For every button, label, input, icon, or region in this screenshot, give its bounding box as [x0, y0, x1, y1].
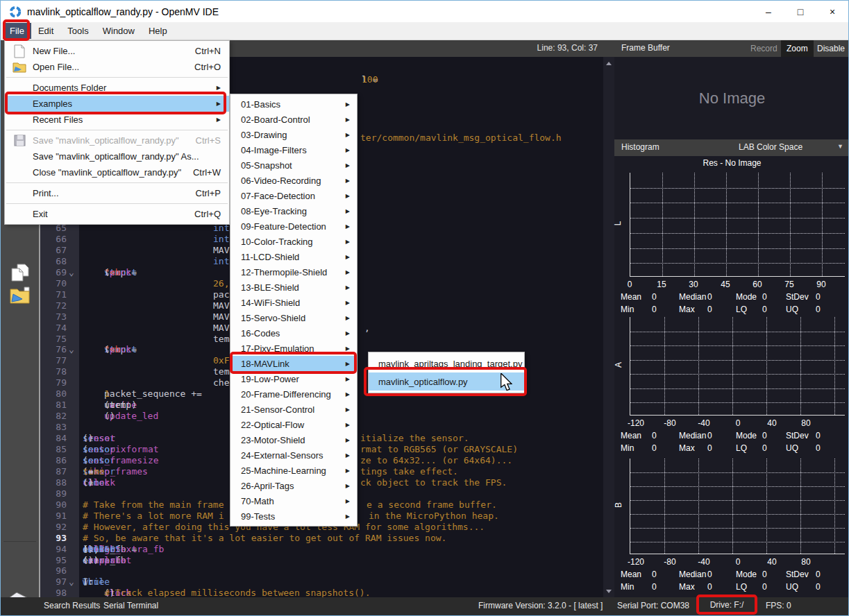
menubar-item-window[interactable]: Window — [96, 23, 142, 39]
menubar-item-help[interactable]: Help — [142, 23, 174, 39]
examples-item-24-external-sensors[interactable]: 24-External-Sensors▶ — [230, 447, 357, 463]
examples-item-22-optical-flow[interactable]: 22-Optical-Flow▶ — [230, 417, 357, 432]
menu-item-shortcut: Ctrl+W — [193, 167, 221, 178]
file-menu-item-save-mavlink-optica[interactable]: Save "mavlink_opticalflow_randy.py" As..… — [5, 148, 229, 164]
menu-item-label: Recent Files — [33, 114, 211, 125]
new-file-icon[interactable] — [1, 263, 39, 282]
examples-item-26-april-tags[interactable]: 26-April-Tags▶ — [230, 478, 357, 493]
gridline — [630, 332, 845, 332]
examples-item-07-face-detection[interactable]: 07-Face-Detection▶ — [230, 188, 357, 203]
editor-scrollbar[interactable] — [603, 57, 614, 597]
menu-item-shortcut: Ctrl+P — [196, 188, 221, 198]
tab-search-results[interactable]: Search Results — [44, 601, 100, 610]
examples-item-03-drawing[interactable]: 03-Drawing▶ — [230, 127, 357, 142]
examples-item-20-frame-differencing[interactable]: 20-Frame-Differencing▶ — [230, 386, 357, 402]
minimize-button[interactable]: – — [753, 1, 784, 22]
x-tick-label: 60 — [753, 280, 762, 289]
stat-lq-value: 0 — [762, 443, 767, 453]
examples-item-70-math[interactable]: 70-Math▶ — [230, 493, 357, 508]
submenu-arrow-icon: ▶ — [346, 330, 350, 336]
stat-max-label: Max — [679, 305, 695, 314]
examples-item-06-video-recording[interactable]: 06-Video-Recording▶ — [230, 173, 357, 188]
menu-item-label: Close "mavlink_opticalflow_randy.py" — [33, 167, 185, 178]
serial-port-status: Serial Port: COM38 — [617, 601, 689, 610]
file-menu-item-examples[interactable]: Examples▶ — [5, 96, 229, 112]
submenu-arrow-icon: ▶ — [346, 407, 350, 413]
zoom-button[interactable]: Zoom — [781, 40, 814, 57]
stat-stdev-value: 0 — [816, 570, 821, 579]
x-tick-label: 15 — [657, 280, 666, 289]
disable-button[interactable]: Disable — [812, 40, 849, 57]
menu-item-label: 07-Face-Detection — [241, 191, 340, 201]
color-space-select[interactable]: LAB Color Space — [739, 142, 802, 152]
examples-item-19-low-power[interactable]: 19-Low-Power▶ — [230, 371, 357, 386]
menu-item-label: 12-Thermopile-Shield — [241, 267, 340, 277]
examples-item-11-lcd-shield[interactable]: 11-LCD-Shield▶ — [230, 249, 357, 264]
examples-item-17-pixy-emulation[interactable]: 17-Pixy-Emulation▶ — [230, 341, 357, 356]
examples-item-25-machine-learning[interactable]: 25-Machine-Learning▶ — [230, 463, 357, 478]
examples-item-21-sensor-control[interactable]: 21-Sensor-Control▶ — [230, 402, 357, 417]
openmv-logo-icon — [9, 6, 22, 18]
examples-item-01-basics[interactable]: 01-Basics▶ — [230, 96, 357, 112]
stat-uq-label: UQ — [786, 443, 798, 453]
menu-item-label: 25-Machine-Learning — [241, 465, 340, 476]
file-menu-item-recent-files[interactable]: Recent Files▶ — [5, 112, 229, 128]
menubar-item-tools[interactable]: Tools — [60, 23, 95, 39]
x-tick-label: 0 — [736, 418, 741, 428]
frame-buffer-view: No Image — [614, 57, 849, 139]
submenu-arrow-icon: ▶ — [346, 254, 350, 260]
menubar-item-edit[interactable]: Edit — [31, 23, 60, 39]
examples-item-23-motor-shield[interactable]: 23-Motor-Shield▶ — [230, 432, 357, 447]
gridline — [766, 317, 767, 415]
gridline — [630, 374, 845, 375]
examples-item-14-wifi-shield[interactable]: 14-WiFi-Shield▶ — [230, 295, 357, 310]
record-button[interactable]: Record — [745, 40, 783, 57]
examples-item-02-board-control[interactable]: 02-Board-Control▶ — [230, 112, 357, 127]
gridline — [630, 528, 845, 529]
frame-buffer-title: Frame Buffer — [621, 43, 670, 53]
file-menu-item-new-file[interactable]: New File...Ctrl+N — [5, 43, 229, 59]
examples-item-16-codes[interactable]: 16-Codes▶ — [230, 325, 357, 341]
x-tick-label: -40 — [698, 557, 709, 567]
submenu-arrow-icon: ▶ — [217, 117, 221, 123]
chevron-down-icon[interactable]: ▼ — [837, 143, 843, 150]
gridline — [800, 459, 801, 554]
stat-mode-value: 0 — [762, 570, 767, 579]
menu-item-label: Examples — [33, 99, 211, 109]
file-menu-item-save-mavlink-optica[interactable]: Save "mavlink_opticalflow_randy.py"Ctrl+… — [5, 132, 229, 148]
examples-item-08-eye-tracking[interactable]: 08-Eye-Tracking▶ — [230, 203, 357, 219]
menubar-item-file[interactable]: File — [3, 23, 31, 39]
gridline — [766, 459, 767, 554]
mavlink-item-mavlink-opticalflow-py[interactable]: mavlink_opticalflow.py — [369, 373, 524, 391]
stat-stdev-value: 0 — [816, 292, 821, 302]
examples-item-15-servo-shield[interactable]: 15-Servo-Shield▶ — [230, 310, 357, 325]
file-menu-item-print[interactable]: Print...Ctrl+P — [5, 185, 229, 201]
open-folder-icon[interactable] — [1, 286, 39, 305]
submenu-arrow-icon: ▶ — [346, 269, 350, 275]
examples-item-12-thermopile-shield[interactable]: 12-Thermopile-Shield▶ — [230, 264, 357, 280]
close-button[interactable]: × — [816, 1, 848, 22]
maximize-button[interactable]: □ — [784, 1, 816, 22]
gridline — [630, 388, 845, 389]
examples-item-04-image-filters[interactable]: 04-Image-Filters▶ — [230, 142, 357, 157]
scroll-up-icon[interactable] — [603, 58, 614, 68]
examples-item-05-snapshot[interactable]: 05-Snapshot▶ — [230, 157, 357, 173]
file-menu-item-exit[interactable]: ExitCtrl+Q — [5, 206, 229, 222]
examples-item-10-color-tracking[interactable]: 10-Color-Tracking▶ — [230, 234, 357, 249]
menu-item-label: 02-Board-Control — [241, 114, 340, 125]
stat-uq-label: UQ — [786, 582, 798, 592]
x-tick-label: 0 — [628, 280, 632, 289]
examples-item-13-ble-shield[interactable]: 13-BLE-Shield▶ — [230, 280, 357, 295]
x-tick-label: 0 — [736, 557, 741, 567]
scroll-down-icon[interactable] — [603, 586, 614, 596]
file-menu-item-open-file[interactable]: Open File...Ctrl+O — [5, 59, 229, 75]
examples-item-09-feature-detection[interactable]: 09-Feature-Detection▶ — [230, 219, 357, 234]
mavlink-item-mavlink-apriltags-landing-target-py[interactable]: mavlink_apriltags_landing_target.py — [369, 354, 524, 373]
examples-item-99-tests[interactable]: 99-Tests▶ — [230, 508, 357, 524]
file-menu-item-documents-folder[interactable]: Documents Folder▶ — [5, 80, 229, 96]
examples-item-18-mavlink[interactable]: 18-MAVLink▶ — [230, 356, 357, 371]
stat-max-value: 0 — [707, 305, 712, 314]
file-menu-item-close-mavlink-optic[interactable]: Close "mavlink_opticalflow_randy.py"Ctrl… — [5, 164, 229, 180]
stat-lq-value: 0 — [762, 305, 767, 314]
tab-serial-terminal[interactable]: Serial Terminal — [103, 601, 158, 610]
